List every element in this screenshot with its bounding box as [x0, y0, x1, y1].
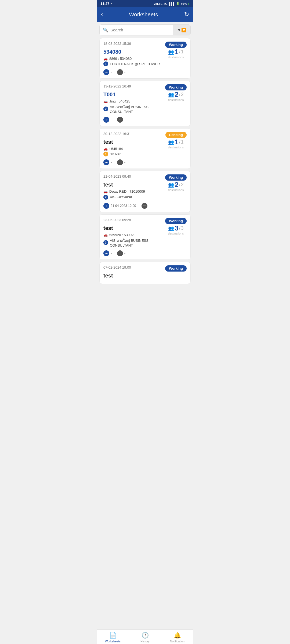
- dest-total: 1: [181, 139, 184, 145]
- dest-people-icon: 👥: [168, 49, 174, 55]
- refresh-button[interactable]: ↻: [184, 11, 189, 18]
- dest-current: 1: [175, 48, 178, 56]
- end-arrow: ⋯: [117, 159, 123, 165]
- filter-button[interactable]: ▼🔽: [173, 25, 190, 35]
- location-icon: 3: [103, 240, 108, 245]
- destination-text: FORTHTRACK @ SPE TOWER: [110, 62, 160, 66]
- start-arrow: ➔: [103, 69, 109, 75]
- card-date: 13-12-2022 16:49: [103, 84, 131, 88]
- destination-text: AIS หาดใหญ่ BUSINESS CONSULTANT: [110, 104, 165, 114]
- worksheet-card-4[interactable]: 21-04-2023 09:40 Working test 🚗 Deaw R&D…: [99, 171, 191, 212]
- status-badge: Working: [165, 265, 187, 272]
- end-time: -: [149, 204, 150, 208]
- destinations-label: destinations: [168, 146, 184, 149]
- vehicle-icon: 🚗: [103, 147, 108, 151]
- destination-text: 3D Pet: [110, 152, 121, 156]
- end-arrow: ⋯: [142, 203, 147, 209]
- worksheet-card-1[interactable]: 18-08-2022 15:36 Working 534080 🚗 8869 :…: [99, 38, 191, 79]
- status-badge: Working: [165, 174, 187, 181]
- worksheet-card-3[interactable]: 30-12-2022 16:31 Pending test 🚗 : 545184…: [99, 128, 191, 169]
- start-time: 21-04-2023 12:00: [111, 204, 136, 208]
- card-date: 30-12-2022 16:31: [103, 132, 131, 136]
- status-bar: 11:27 ▪ VoLTE 4G ▌▌▌ 🔋 86% ●: [97, 0, 193, 7]
- vehicle-icon: 🚗: [103, 233, 108, 237]
- worksheet-id: test: [103, 225, 165, 231]
- destination-text: AIS แมทพลาส: [110, 194, 132, 200]
- card-date: 07-02-2024 19:00: [103, 265, 131, 269]
- page-title: Worksheets: [129, 12, 158, 18]
- dest-people-icon: 👥: [168, 92, 174, 98]
- location-icon: 1: [103, 61, 108, 66]
- dest-total: 1: [181, 49, 184, 55]
- screen-icon: ▪: [111, 2, 112, 5]
- dest-current: 1: [175, 138, 178, 146]
- dest-total: 3: [181, 225, 184, 231]
- filter-icon: ▼🔽: [177, 27, 187, 32]
- back-button[interactable]: ‹: [101, 11, 103, 18]
- start-time: -: [111, 70, 112, 74]
- worksheet-id: test: [103, 139, 165, 145]
- status-badge: Working: [165, 218, 187, 224]
- worksheet-id: test: [103, 182, 165, 188]
- worksheet-id: test: [103, 273, 187, 279]
- vehicle-icon: 🚗: [103, 57, 108, 61]
- start-arrow: ➔: [103, 117, 109, 123]
- start-arrow: ➔: [103, 159, 109, 165]
- worksheet-id: 534080: [103, 49, 165, 55]
- search-bar: 🔍 ▼🔽: [99, 24, 191, 35]
- end-arrow: ⋯: [117, 69, 123, 75]
- status-badge: Pending: [165, 132, 187, 138]
- battery-dot: ●: [188, 2, 190, 5]
- dest-current: 2: [175, 90, 178, 99]
- card-date: 21-04-2023 09:40: [103, 174, 131, 178]
- destinations-label: destinations: [168, 188, 184, 192]
- dest-people-icon: 👥: [168, 225, 174, 231]
- worksheet-id: T001: [103, 92, 165, 98]
- destinations-label: destinations: [168, 98, 184, 101]
- destinations-label: destinations: [168, 56, 184, 59]
- end-time: -: [124, 160, 125, 164]
- start-arrow: ➔: [103, 203, 109, 209]
- status-badge: Working: [165, 42, 187, 48]
- end-time: -: [124, 251, 125, 255]
- vehicle-info: 8869 : 534080: [109, 57, 132, 61]
- worksheet-card-2[interactable]: 13-12-2022 16:49 Working T001 🚗 Jing : 5…: [99, 81, 191, 126]
- dest-people-icon: 👥: [168, 139, 174, 145]
- signal-4g: 4G: [164, 2, 168, 5]
- search-input[interactable]: [110, 28, 170, 32]
- start-time: -: [111, 251, 112, 255]
- cards-container: 18-08-2022 15:36 Working 534080 🚗 8869 :…: [97, 37, 193, 305]
- start-time: -: [111, 118, 112, 122]
- start-time: -: [111, 160, 112, 164]
- destination-text: AIS หาดใหญ่ BUSINESS CONSULTANT: [110, 238, 165, 247]
- vehicle-info: Jing : 540425: [109, 99, 130, 103]
- card-date: 23-06-2023 09:28: [103, 218, 131, 222]
- battery-percent: 86%: [181, 2, 187, 5]
- location-icon: 1: [103, 152, 108, 156]
- vehicle-info: Deaw R&D : 71010009: [109, 189, 145, 193]
- dest-current: 3: [175, 224, 178, 232]
- card-date: 18-08-2022 15:36: [103, 42, 131, 46]
- dest-people-icon: 👥: [168, 182, 174, 188]
- app-header: ‹ Worksheets ↻: [97, 7, 193, 22]
- dest-total: 2: [181, 182, 184, 188]
- end-time: -: [124, 70, 125, 74]
- location-icon: 2: [103, 195, 108, 200]
- signal-bars: ▌▌▌: [169, 2, 175, 5]
- vehicle-icon: 🚗: [103, 99, 108, 103]
- dest-current: 2: [175, 181, 178, 189]
- location-icon: 2: [103, 107, 108, 111]
- end-time: -: [124, 118, 125, 122]
- worksheet-card-5[interactable]: 23-06-2023 09:28 Working test 🚗 539920 :…: [99, 214, 191, 260]
- worksheet-card-6[interactable]: 07-02-2024 19:00 Working test: [99, 262, 191, 284]
- start-arrow: ➔: [103, 250, 109, 256]
- end-arrow: ⋯: [117, 250, 123, 256]
- volte-icon: VoLTE: [154, 2, 162, 5]
- status-badge: Working: [165, 84, 187, 90]
- dest-total: 2: [181, 92, 184, 97]
- search-icon: 🔍: [103, 27, 108, 32]
- vehicle-info: : 545184: [109, 147, 123, 151]
- destinations-label: destinations: [168, 232, 184, 235]
- time: 11:27: [100, 2, 109, 6]
- battery-icon: 🔋: [176, 2, 180, 5]
